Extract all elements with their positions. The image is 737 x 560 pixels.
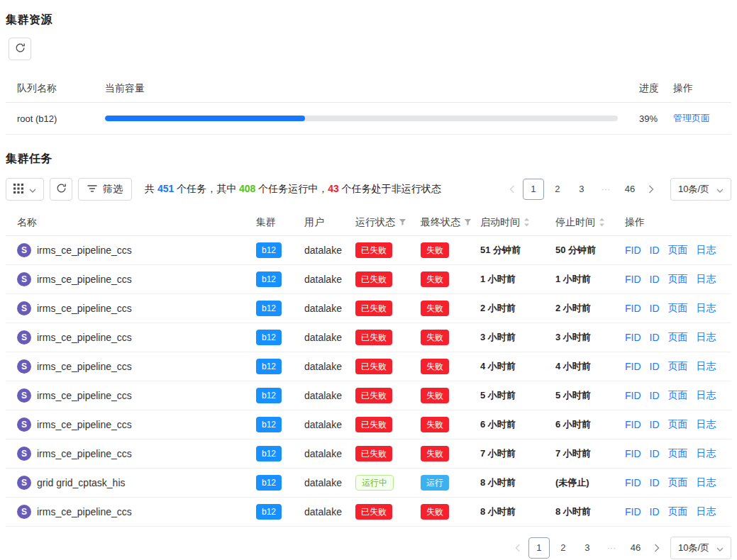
page-size-select-top[interactable]: 10条/页: [670, 178, 731, 201]
fid-link[interactable]: FID: [625, 477, 641, 488]
page-link[interactable]: 页面: [668, 447, 688, 460]
next-page-button[interactable]: [642, 179, 660, 200]
pagination-ellipsis: ···: [595, 179, 616, 200]
prev-page-button[interactable]: [503, 179, 521, 200]
log-link[interactable]: 日志: [697, 476, 716, 489]
page-2-button[interactable]: 2: [553, 537, 574, 559]
filter-button[interactable]: 筛选: [78, 178, 132, 201]
layout-select-button[interactable]: [6, 178, 44, 201]
fid-link[interactable]: FID: [625, 361, 641, 372]
id-link[interactable]: ID: [650, 361, 660, 372]
col-queue-name: 队列名称: [6, 82, 105, 95]
page-link[interactable]: 页面: [668, 273, 688, 286]
chevron-down-icon: [716, 543, 724, 554]
final-status-tag: 失败: [421, 301, 449, 316]
fid-link[interactable]: FID: [625, 448, 641, 459]
page-2-button[interactable]: 2: [547, 179, 568, 200]
fid-link[interactable]: FID: [625, 332, 641, 343]
page-link[interactable]: 页面: [668, 476, 688, 489]
log-link[interactable]: 日志: [697, 331, 716, 344]
final-status-tag: 失败: [421, 417, 449, 432]
prev-page-button[interactable]: [509, 537, 527, 559]
task-user: datalake: [304, 245, 342, 256]
id-link[interactable]: ID: [650, 506, 660, 517]
cluster-tag: b12: [256, 417, 282, 432]
summary-total-count: 451: [157, 183, 174, 194]
chevron-down-icon: [716, 184, 724, 195]
log-link[interactable]: 日志: [697, 505, 716, 518]
log-link[interactable]: 日志: [697, 418, 716, 431]
task-user: datalake: [304, 361, 342, 372]
next-page-button[interactable]: [648, 537, 666, 559]
run-status-tag: 运行中: [355, 475, 394, 491]
id-link[interactable]: ID: [650, 303, 660, 314]
task-name: irms_ce_pipeline_ccs: [37, 245, 132, 256]
log-link[interactable]: 日志: [697, 360, 716, 373]
page-link[interactable]: 页面: [668, 505, 688, 518]
fid-link[interactable]: FID: [625, 245, 641, 256]
sorter-icon[interactable]: [599, 218, 605, 227]
fid-link[interactable]: FID: [625, 303, 641, 314]
table-row: S irms_ce_pipeline_ccs b12 datalake 已失败 …: [6, 294, 731, 323]
table-row: S grid grid_cptask_his b12 datalake 运行中 …: [6, 469, 731, 498]
page-size-select-bottom[interactable]: 10条/页: [670, 537, 731, 559]
id-link[interactable]: ID: [650, 332, 660, 343]
page-46-button[interactable]: 46: [625, 537, 646, 559]
resources-table-header: 队列名称 当前容量 进度 操作: [6, 74, 731, 103]
final-status-tag: 失败: [421, 271, 449, 287]
run-status-tag: 已失败: [355, 301, 392, 316]
id-link[interactable]: ID: [650, 419, 660, 430]
col-user: 用户: [304, 216, 355, 229]
id-link[interactable]: ID: [650, 448, 660, 459]
id-link[interactable]: ID: [650, 274, 660, 285]
log-link[interactable]: 日志: [697, 447, 716, 460]
filter-funnel-icon[interactable]: [399, 218, 406, 226]
fid-link[interactable]: FID: [625, 274, 641, 285]
filter-funnel-icon[interactable]: [464, 218, 472, 226]
page-46-button[interactable]: 46: [619, 179, 641, 200]
log-link[interactable]: 日志: [697, 389, 716, 402]
col-action: 操作: [673, 82, 731, 95]
fid-link[interactable]: FID: [625, 419, 641, 430]
task-type-avatar: S: [17, 359, 31, 374]
tasks-refresh-button[interactable]: [50, 178, 72, 201]
page-link[interactable]: 页面: [668, 418, 688, 431]
page-link[interactable]: 页面: [668, 360, 688, 373]
page-1-button[interactable]: 1: [523, 179, 544, 200]
id-link[interactable]: ID: [650, 245, 660, 256]
page-link[interactable]: 页面: [668, 244, 688, 257]
resources-refresh-button[interactable]: [9, 38, 31, 60]
id-link[interactable]: ID: [650, 477, 660, 488]
run-status-tag: 已失败: [355, 388, 392, 403]
sorter-icon[interactable]: [523, 218, 530, 227]
page-3-button[interactable]: 3: [571, 179, 592, 200]
filter-icon: [87, 184, 97, 195]
manage-page-link[interactable]: 管理页面: [673, 113, 710, 123]
page-link[interactable]: 页面: [668, 302, 688, 315]
task-type-avatar: S: [17, 476, 31, 490]
fid-link[interactable]: FID: [625, 390, 641, 401]
log-link[interactable]: 日志: [697, 302, 716, 315]
page-link[interactable]: 页面: [668, 331, 688, 344]
tasks-table-header: 名称 集群 用户 运行状态 最终状态 启动时间: [6, 209, 731, 236]
table-row: S irms_ce_pipeline_ccs b12 datalake 已失败 …: [6, 439, 731, 469]
page: 集群资源 队列名称 当前容量 进度 操作 root (b12) 39% 管理页面: [0, 0, 737, 560]
cluster-tag: b12: [256, 359, 282, 374]
page-3-button[interactable]: 3: [577, 537, 598, 559]
log-link[interactable]: 日志: [697, 244, 716, 257]
start-time: 8 小时前: [480, 476, 516, 489]
table-row: S irms_ce_pipeline_ccs b12 datalake 已失败 …: [6, 265, 731, 294]
id-link[interactable]: ID: [650, 390, 660, 401]
summary-text: 个任务运行中，: [255, 183, 328, 194]
stop-time: 3 小时前: [555, 331, 591, 344]
row-actions: FIDID页面日志: [625, 331, 731, 344]
task-user: datalake: [304, 477, 342, 488]
table-row: S irms_ce_pipeline_ccs b12 datalake 已失败 …: [6, 352, 731, 381]
task-type-avatar: S: [17, 447, 31, 461]
col-start-time: 启动时间: [480, 216, 555, 229]
log-link[interactable]: 日志: [697, 273, 716, 286]
tasks-title: 集群任务: [6, 152, 731, 167]
page-link[interactable]: 页面: [668, 389, 688, 402]
fid-link[interactable]: FID: [625, 506, 641, 517]
page-1-button[interactable]: 1: [528, 537, 550, 559]
